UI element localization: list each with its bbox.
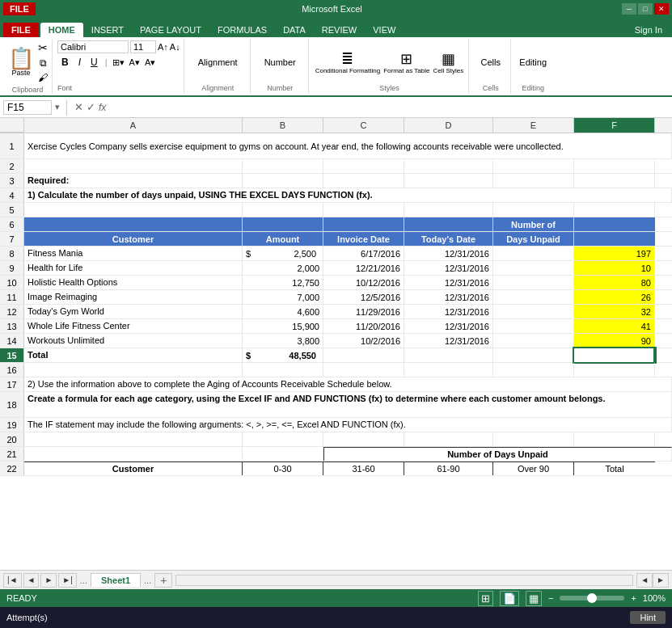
cell-a6[interactable]	[24, 217, 243, 231]
cell-c9[interactable]: 12/21/2016	[323, 261, 404, 275]
scroll-right-button[interactable]: ►	[653, 573, 669, 588]
cell-f9[interactable]: 10	[574, 261, 655, 275]
cell-a14[interactable]: Workouts Unlimited	[24, 334, 243, 348]
cell-d6[interactable]	[404, 217, 493, 231]
cell-c22[interactable]: 31-60	[323, 462, 404, 475]
zoom-decrease-button[interactable]: −	[548, 593, 553, 603]
cell-a13[interactable]: Whole Life Fitness Center	[24, 319, 243, 333]
alignment-button[interactable]: Alignment	[198, 57, 238, 67]
minimize-button[interactable]: ─	[622, 3, 636, 15]
cell-f7[interactable]	[574, 232, 655, 246]
cell-e5[interactable]	[493, 203, 574, 217]
row-header[interactable]: 15	[0, 348, 24, 362]
cell-d9[interactable]: 12/31/2016	[404, 261, 493, 275]
cell-reference-input[interactable]	[3, 100, 52, 115]
cell-e11[interactable]	[493, 290, 574, 304]
cell-f20[interactable]	[574, 432, 655, 446]
cell-f8[interactable]: 197	[574, 247, 655, 260]
cell-d11[interactable]: 12/31/2016	[404, 290, 493, 304]
tab-nav-first[interactable]: |◄	[3, 573, 22, 588]
cell-d12[interactable]: 12/31/2016	[404, 305, 493, 318]
page-break-view-icon[interactable]: ▦	[526, 591, 542, 606]
tab-nav-last[interactable]: ►|	[58, 573, 77, 588]
cell-e15[interactable]	[493, 348, 574, 362]
cell-b9[interactable]: 2,000	[243, 261, 323, 275]
italic-button[interactable]: I	[74, 55, 85, 70]
col-header-b[interactable]: B	[243, 118, 323, 133]
col-header-e[interactable]: E	[493, 118, 574, 133]
cell-c20[interactable]	[323, 432, 404, 446]
cell-a21[interactable]	[24, 447, 243, 461]
page-layout-view-icon[interactable]: 📄	[500, 591, 519, 606]
cell-b11[interactable]: 7,000	[243, 290, 323, 304]
close-button[interactable]: ✕	[654, 3, 669, 15]
col-header-c[interactable]: C	[323, 118, 404, 133]
cell-b21[interactable]	[243, 447, 323, 461]
cell-a15[interactable]: Total	[24, 348, 243, 362]
cell-e12[interactable]	[493, 305, 574, 318]
file-button[interactable]: FILE	[3, 2, 36, 15]
cell-f16[interactable]	[574, 363, 655, 377]
scroll-left-button[interactable]: ◄	[636, 573, 653, 588]
font-name-input[interactable]	[57, 40, 129, 53]
cell-b10[interactable]: 12,750	[243, 276, 323, 289]
cell-d10[interactable]: 12/31/2016	[404, 276, 493, 289]
cell-a12[interactable]: Today's Gym World	[24, 305, 243, 318]
cell-f14[interactable]: 90	[574, 334, 655, 348]
function-expand-button[interactable]: ▾	[55, 102, 60, 112]
tab-file[interactable]: FILE	[3, 23, 39, 37]
cell-d16[interactable]	[404, 363, 493, 377]
cell-a19[interactable]: The IF statement may include the followi…	[24, 418, 672, 432]
conditional-formatting-button[interactable]: ≣ Conditional Formatting	[315, 50, 380, 75]
cell-d2[interactable]	[404, 159, 493, 173]
cell-e9[interactable]	[493, 261, 574, 275]
cell-a22[interactable]: Customer	[24, 462, 243, 475]
cell-f10[interactable]: 80	[574, 276, 655, 289]
cells-button[interactable]: Cells	[480, 57, 500, 67]
cell-e8[interactable]	[493, 247, 574, 260]
cell-c3[interactable]	[323, 174, 404, 188]
cancel-entry-icon[interactable]: ✕	[74, 101, 83, 113]
cell-days-unpaid-header[interactable]: Number of Days Unpaid	[323, 447, 672, 461]
insert-function-icon[interactable]: fx	[99, 102, 106, 113]
cell-c12[interactable]: 11/29/2016	[323, 305, 404, 318]
cell-f2[interactable]	[574, 159, 655, 173]
cell-a11[interactable]: Image Reimaging	[24, 290, 243, 304]
cell-f3[interactable]	[574, 174, 655, 188]
add-sheet-button[interactable]: +	[154, 573, 172, 588]
tab-view[interactable]: VIEW	[365, 23, 404, 37]
formula-input[interactable]	[109, 101, 669, 114]
cell-a4[interactable]: 1) Calculate the number of days unpaid, …	[24, 188, 672, 202]
fill-color-button[interactable]: A▾	[128, 56, 142, 70]
cell-c10[interactable]: 10/12/2016	[323, 276, 404, 289]
zoom-increase-button[interactable]: +	[631, 593, 636, 603]
cell-b3[interactable]	[243, 174, 323, 188]
cell-e2[interactable]	[493, 159, 574, 173]
cell-b20[interactable]	[243, 432, 323, 446]
cell-f15[interactable]	[574, 348, 655, 362]
tab-review[interactable]: REVIEW	[314, 23, 365, 37]
maximize-button[interactable]: □	[638, 3, 653, 15]
cell-a18[interactable]: Create a formula for each age category, …	[24, 392, 672, 417]
cell-c6[interactable]	[323, 217, 404, 231]
cell-f11[interactable]: 26	[574, 290, 655, 304]
cell-b16[interactable]	[243, 363, 323, 377]
normal-view-icon[interactable]: ⊞	[478, 591, 493, 606]
tab-data[interactable]: DATA	[275, 23, 314, 37]
cell-f5[interactable]	[574, 203, 655, 217]
copy-button[interactable]: ⧉	[37, 57, 49, 70]
cell-d7[interactable]: Today's Date	[404, 232, 493, 246]
horizontal-scrollbar[interactable]	[175, 575, 633, 586]
cell-e16[interactable]	[493, 363, 574, 377]
cell-b22[interactable]: 0-30	[243, 462, 323, 475]
cell-a16[interactable]	[24, 363, 243, 377]
format-painter-button[interactable]: 🖌	[37, 71, 49, 84]
confirm-entry-icon[interactable]: ✓	[87, 101, 95, 113]
cell-d13[interactable]: 12/31/2016	[404, 319, 493, 333]
underline-button[interactable]: U	[87, 55, 102, 70]
tab-page-layout[interactable]: PAGE LAYOUT	[132, 23, 209, 37]
tab-formulas[interactable]: FORMULAS	[209, 23, 275, 37]
cell-c14[interactable]: 10/2/2016	[323, 334, 404, 348]
number-button[interactable]: Number	[264, 57, 296, 67]
cell-c8[interactable]: 6/17/2016	[323, 247, 404, 260]
